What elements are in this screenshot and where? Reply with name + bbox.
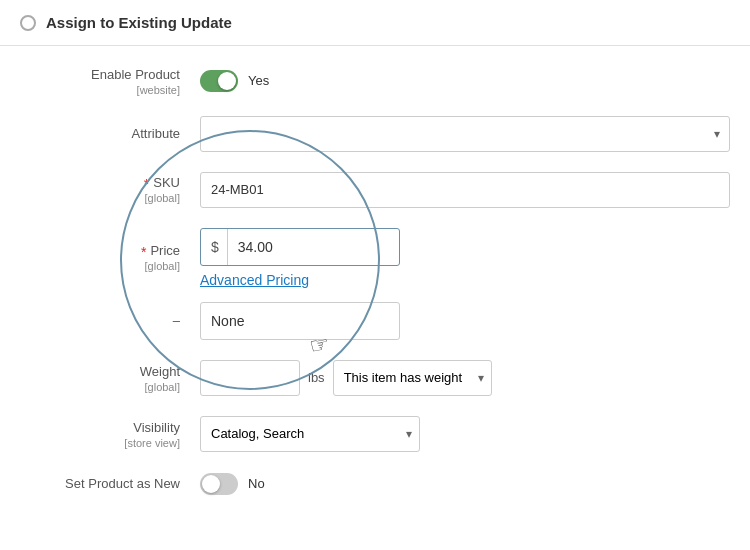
enable-product-label: Enable Product [91,67,180,82]
attribute-field [200,116,730,152]
set-product-new-row: Set Product as New No [0,462,750,506]
price-label-wrap: * Price [20,243,180,260]
sku-sublabel: [global] [20,192,180,204]
sku-required-star: * [144,176,149,192]
attribute-label: Attribute [132,126,180,141]
enable-product-value: Yes [248,73,269,88]
price-label-col: * Price [global] [20,243,200,272]
tax-class-field: None [200,302,730,340]
attribute-label-col: Attribute [20,125,200,143]
form-content: Enable Product [website] Yes Attribute [0,46,750,516]
price-input[interactable] [228,239,358,255]
tax-class-row: – None [0,298,750,350]
weight-label-col: Weight [global] [20,363,200,393]
attribute-select[interactable] [200,116,730,152]
sku-label-col: * SKU [global] [20,175,200,204]
price-label: Price [150,243,180,260]
attribute-row: Attribute [0,106,750,162]
visibility-select[interactable]: Catalog, Search [200,416,420,452]
visibility-row: Visibility [store view] Catalog, Search [0,406,750,462]
header-title: Assign to Existing Update [46,14,232,31]
assign-checkbox[interactable] [20,15,36,31]
visibility-field: Catalog, Search [200,416,730,452]
sku-label: SKU [153,175,180,192]
weight-input-group: lbs This item has weight [200,360,730,396]
enable-product-sublabel: [website] [20,84,180,96]
sku-input[interactable] [200,172,730,208]
price-input-wrap: $ [200,228,400,266]
enable-product-toggle[interactable] [200,70,238,92]
set-product-new-field: No [200,473,730,495]
weight-has-weight-select[interactable]: This item has weight [333,360,492,396]
tax-class-label: – [173,313,180,328]
visibility-label-col: Visibility [store view] [20,419,200,449]
weight-input[interactable] [200,360,300,396]
price-field: $ Advanced Pricing [200,228,730,288]
sku-field [200,172,730,208]
header-row: Assign to Existing Update [0,0,750,46]
weight-field: lbs This item has weight [200,360,730,396]
sku-label-wrap: * SKU [20,175,180,192]
tax-class-value: None [211,313,244,329]
weight-label: Weight [140,364,180,379]
toggle-wrap: Yes [200,70,730,92]
set-product-new-label-col: Set Product as New [20,475,200,493]
tax-class-none-box: None [200,302,400,340]
price-required-star: * [141,244,146,260]
sku-row: * SKU [global] [0,162,750,218]
visibility-label: Visibility [133,420,180,435]
page-container: Assign to Existing Update Enable Product… [0,0,750,550]
price-sublabel: [global] [20,260,180,272]
set-product-new-toggle-wrap: No [200,473,730,495]
visibility-select-wrapper: Catalog, Search [200,416,420,452]
weight-row: Weight [global] lbs This item has weight [0,350,750,406]
visibility-sublabel: [store view] [20,437,180,449]
weight-has-weight-wrapper: This item has weight [333,360,492,396]
attribute-select-wrapper [200,116,730,152]
weight-sublabel: [global] [20,381,180,393]
set-product-new-label: Set Product as New [65,476,180,491]
enable-product-field: Yes [200,70,730,92]
set-product-new-toggle[interactable] [200,473,238,495]
weight-unit: lbs [308,370,325,385]
price-row: * Price [global] $ Advanced Pricing [0,218,750,298]
enable-product-row: Enable Product [website] Yes [0,56,750,106]
tax-class-label-col: – [20,312,200,330]
enable-product-label-col: Enable Product [website] [20,66,200,96]
advanced-pricing-link[interactable]: Advanced Pricing [200,272,730,288]
price-currency: $ [201,229,228,265]
set-product-new-value: No [248,476,265,491]
